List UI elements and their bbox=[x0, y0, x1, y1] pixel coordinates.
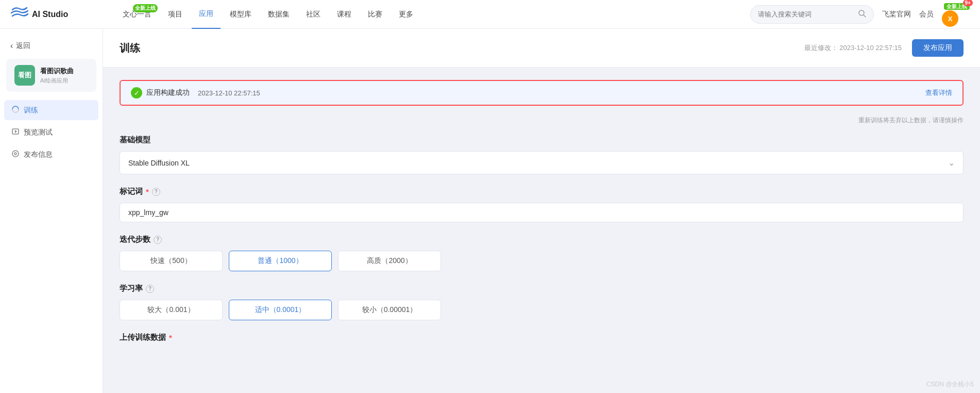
sidebar: ‹ 返回 看图 看图识歌曲 AI绘画应用 训练 预览测试 bbox=[0, 29, 103, 393]
base-model-section: 基础模型 Stable Diffusion XL ⌄ bbox=[120, 135, 964, 174]
svg-point-4 bbox=[14, 153, 16, 155]
app-thumbnail: 看图 bbox=[14, 65, 35, 86]
publish-app-button[interactable]: 发布应用 bbox=[912, 39, 964, 57]
train-icon bbox=[11, 105, 20, 115]
app-info-card: 看图 看图识歌曲 AI绘画应用 bbox=[6, 59, 96, 92]
upload-label: 上传训练数据 * bbox=[120, 333, 964, 342]
success-icon: ✓ bbox=[131, 87, 142, 99]
base-model-label: 基础模型 bbox=[120, 135, 964, 145]
learning-rate-section: 学习率 ? 较大（0.001） 适中（0.0001） 较小（0.00001） bbox=[120, 284, 964, 320]
nav-item-wenxin[interactable]: 文心一言 全新上线 bbox=[115, 0, 159, 29]
main-layout: ‹ 返回 看图 看图识歌曲 AI绘画应用 训练 预览测试 bbox=[0, 29, 980, 393]
iterations-section: 迭代步数 ? 快速（500） 普通（1000） 高质（2000） bbox=[120, 235, 964, 271]
tags-section: 标记词 * ? bbox=[120, 187, 964, 222]
model-select-dropdown[interactable]: Stable Diffusion XL ⌄ bbox=[120, 151, 964, 174]
tags-input[interactable] bbox=[120, 203, 964, 222]
upload-required-star: * bbox=[169, 333, 172, 342]
model-select-value: Stable Diffusion XL bbox=[128, 159, 190, 167]
back-label: 返回 bbox=[16, 41, 30, 51]
wenxin-new-badge: 全新上线 bbox=[133, 4, 158, 12]
back-button[interactable]: ‹ 返回 bbox=[0, 37, 103, 59]
success-text: 应用构建成功 bbox=[146, 88, 190, 97]
app-info-text: 看图识歌曲 AI绘画应用 bbox=[40, 67, 74, 85]
lr-medium-option[interactable]: 适中（0.0001） bbox=[229, 300, 332, 320]
success-time: 2023-12-10 22:57:15 bbox=[198, 89, 260, 97]
preview-label: 预览测试 bbox=[24, 128, 53, 137]
success-info: ✓ 应用构建成功 2023-12-10 22:57:15 bbox=[131, 87, 260, 99]
tags-label: 标记词 * ? bbox=[120, 187, 964, 196]
learning-rate-options: 较大（0.001） 适中（0.0001） 较小（0.00001） bbox=[120, 300, 964, 320]
view-detail-link[interactable]: 查看详情 bbox=[925, 88, 952, 97]
nav-item-community[interactable]: 社区 bbox=[299, 0, 328, 29]
learning-rate-help-icon[interactable]: ? bbox=[146, 285, 154, 293]
publish-info-label: 发布信息 bbox=[24, 150, 53, 159]
official-site-link[interactable]: 飞桨官网 bbox=[882, 10, 911, 19]
avatar-wrap[interactable]: 全新上线 X 9+ bbox=[942, 2, 970, 27]
app-name: 看图识歌曲 bbox=[40, 67, 74, 76]
back-arrow-icon: ‹ bbox=[10, 41, 13, 51]
iteration-normal-option[interactable]: 普通（1000） bbox=[229, 251, 332, 271]
publish-icon bbox=[11, 150, 20, 159]
search-input[interactable] bbox=[758, 10, 855, 18]
upload-section: 上传训练数据 * bbox=[120, 333, 964, 342]
train-label: 训练 bbox=[24, 106, 38, 115]
svg-line-1 bbox=[864, 15, 866, 17]
top-navigation: AI Studio 文心一言 全新上线 项目 应用 模型库 数据集 社区 课程 … bbox=[0, 0, 980, 29]
nav-item-app[interactable]: 应用 bbox=[192, 0, 221, 29]
nav-item-competition[interactable]: 比赛 bbox=[361, 0, 390, 29]
nav-item-more[interactable]: 更多 bbox=[392, 0, 420, 29]
tags-help-icon[interactable]: ? bbox=[152, 188, 160, 196]
avatar-notification-badge: 9+ bbox=[963, 0, 973, 6]
learning-rate-label: 学习率 ? bbox=[120, 284, 964, 293]
search-area[interactable] bbox=[750, 5, 874, 24]
sidebar-menu: 训练 预览测试 发布信息 bbox=[0, 100, 103, 165]
nav-item-project[interactable]: 项目 bbox=[161, 0, 190, 29]
chevron-down-icon: ⌄ bbox=[948, 158, 955, 168]
lr-large-option[interactable]: 较大（0.001） bbox=[120, 300, 223, 320]
header-right: 最近修改： 2023-12-10 22:57:15 发布应用 bbox=[804, 39, 964, 57]
iterations-label: 迭代步数 ? bbox=[120, 235, 964, 244]
watermark: CSDN @全栈小5 bbox=[926, 380, 974, 389]
nav-right: 飞桨官网 会员 全新上线 X 9+ bbox=[882, 2, 970, 27]
nav-item-dataset[interactable]: 数据集 bbox=[261, 0, 297, 29]
sidebar-item-preview[interactable]: 预览测试 bbox=[4, 122, 98, 142]
lr-small-option[interactable]: 较小（0.00001） bbox=[338, 300, 441, 320]
search-icon bbox=[858, 9, 866, 19]
member-button[interactable]: 会员 bbox=[919, 10, 934, 19]
nav-item-model[interactable]: 模型库 bbox=[223, 0, 259, 29]
logo-icon bbox=[10, 6, 29, 23]
sidebar-item-publish[interactable]: 发布信息 bbox=[4, 144, 98, 165]
preview-icon bbox=[11, 127, 20, 137]
nav-links: 文心一言 全新上线 项目 应用 模型库 数据集 社区 课程 比赛 更多 bbox=[115, 0, 750, 29]
page-title: 训练 bbox=[120, 41, 140, 55]
sidebar-item-train[interactable]: 训练 bbox=[4, 100, 98, 120]
last-modified-text: 最近修改： 2023-12-10 22:57:15 bbox=[804, 43, 902, 53]
warning-text: 重新训练将丢弃以上数据，请谨慎操作 bbox=[120, 116, 964, 125]
app-type: AI绘画应用 bbox=[40, 77, 74, 85]
nav-item-course[interactable]: 课程 bbox=[330, 0, 359, 29]
content-body: ✓ 应用构建成功 2023-12-10 22:57:15 查看详情 重新训练将丢… bbox=[103, 68, 980, 367]
content-area: 训练 最近修改： 2023-12-10 22:57:15 发布应用 ✓ 应用构建… bbox=[103, 29, 980, 393]
content-header: 训练 最近修改： 2023-12-10 22:57:15 发布应用 bbox=[103, 29, 980, 68]
tags-required-star: * bbox=[146, 187, 149, 196]
iterations-help-icon[interactable]: ? bbox=[154, 236, 162, 244]
success-banner: ✓ 应用构建成功 2023-12-10 22:57:15 查看详情 bbox=[120, 80, 964, 106]
iteration-fast-option[interactable]: 快速（500） bbox=[120, 251, 223, 271]
avatar[interactable]: X bbox=[942, 10, 958, 27]
svg-point-3 bbox=[12, 151, 19, 157]
logo-area[interactable]: AI Studio bbox=[10, 6, 103, 23]
iterations-options: 快速（500） 普通（1000） 高质（2000） bbox=[120, 251, 964, 271]
iteration-hq-option[interactable]: 高质（2000） bbox=[338, 251, 441, 271]
logo-text: AI Studio bbox=[32, 10, 68, 19]
